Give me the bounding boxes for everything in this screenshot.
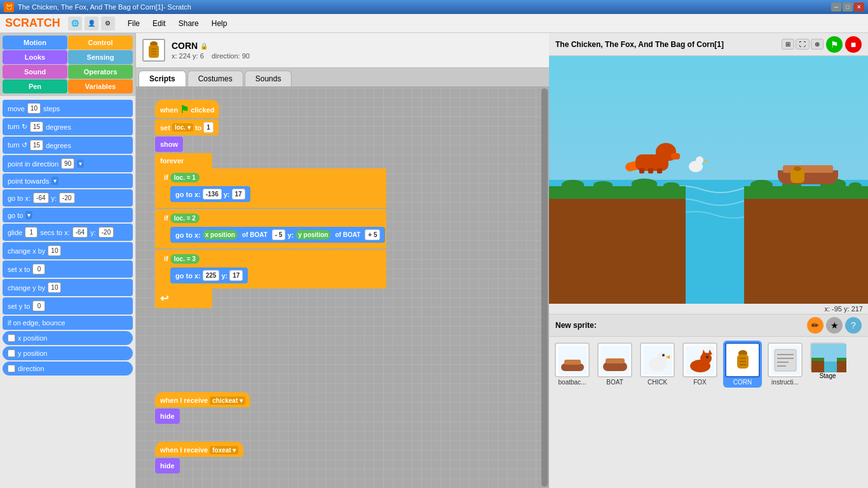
maximize-button[interactable]: □ xyxy=(843,3,853,11)
block-goto-3[interactable]: go to x: 225 y: 17 xyxy=(170,268,248,283)
block-forever[interactable]: forever xyxy=(155,153,212,168)
block-goto-2[interactable]: go to x: x position of BOAT - 5 y: y pos… xyxy=(170,227,385,243)
block-y-position[interactable]: y position xyxy=(3,346,133,360)
tab-scripts[interactable]: Scripts xyxy=(139,71,186,86)
cond-loc-1[interactable]: loc. = 1 xyxy=(170,173,200,182)
globe-icon[interactable]: 🌐 xyxy=(68,17,82,30)
block-if-2[interactable]: if loc. = 2 xyxy=(160,210,203,226)
block-when-clicked[interactable]: when ⚑ clicked xyxy=(155,100,219,118)
block-change-y[interactable]: change y by 10 xyxy=(3,279,133,296)
category-sound[interactable]: Sound xyxy=(3,65,67,79)
category-pen[interactable]: Pen xyxy=(3,79,67,93)
category-variables[interactable]: Variables xyxy=(68,79,133,93)
svg-rect-10 xyxy=(606,358,625,363)
sprite-label-boat: BOAT xyxy=(606,379,623,386)
close-button[interactable]: ✕ xyxy=(854,3,864,11)
sprite-thumb-fox xyxy=(682,342,717,377)
scrollbar[interactable] xyxy=(541,88,548,487)
blocks-panel: Motion Control Looks Sensing Sound Opera… xyxy=(0,33,136,488)
stage-header: The Chicken, The Fox, And The Bag of Cor… xyxy=(549,33,868,56)
block-glide[interactable]: glide 1 secs to x: -64 y: -20 xyxy=(3,224,133,241)
fox-snout xyxy=(671,153,680,159)
svg-rect-38 xyxy=(837,360,846,372)
block-move[interactable]: move 10 steps xyxy=(3,100,133,117)
block-set-x[interactable]: set x to 0 xyxy=(3,261,133,278)
svg-rect-39 xyxy=(837,358,846,361)
block-set-y[interactable]: set y to 0 xyxy=(3,297,133,315)
grass-bump-2 xyxy=(593,181,613,189)
paint-sprite-button[interactable]: ✏ xyxy=(807,317,824,334)
block-hide-1[interactable]: hide xyxy=(155,409,180,424)
sprite-name-label: CORN xyxy=(172,41,198,51)
script-group-1: when ⚑ clicked set loc. ▾ to 1 xyxy=(155,100,386,308)
block-forever-bottom[interactable]: ↩ xyxy=(155,288,212,308)
block-forever-wrap[interactable]: forever if loc. = 1 go to x: xyxy=(155,153,386,308)
block-goto[interactable]: go to ▾ xyxy=(3,208,133,222)
sprite-item-corn[interactable]: CORN xyxy=(723,341,762,388)
help-sprite-button[interactable]: ? xyxy=(845,317,862,334)
titlebar: 🐱 The Chicken, The Fox, And The Bag of C… xyxy=(0,0,868,14)
block-point-direction[interactable]: point in direction 90 ▾ xyxy=(3,155,133,172)
sprites-list: boatbac... BOAT xyxy=(549,337,868,391)
account-icon[interactable]: 👤 xyxy=(85,17,98,30)
block-turn-cw[interactable]: turn ↻ 15 degrees xyxy=(3,118,133,135)
fit-screen-button[interactable]: ⊞ xyxy=(782,39,794,50)
sprite-coords: x: 224 y: 6 direction: 90 xyxy=(172,52,250,60)
sprite-item-fox[interactable]: FOX xyxy=(681,341,719,388)
block-set-loc[interactable]: set loc. ▾ to 1 xyxy=(155,119,219,135)
category-sensing[interactable]: Sensing xyxy=(68,50,133,64)
block-when-receive-chickeat[interactable]: when I receive chickeat ▾ xyxy=(155,392,250,407)
block-change-x[interactable]: change x by 10 xyxy=(3,242,133,259)
category-operators[interactable]: Operators xyxy=(68,65,133,79)
block-goto-1[interactable]: go to x: -136 y: 17 xyxy=(170,186,250,202)
sprite-item-instructi[interactable]: instructi... xyxy=(766,341,804,388)
block-point-towards[interactable]: point towards ▾ xyxy=(3,173,133,188)
minimize-button[interactable]: ─ xyxy=(831,3,841,11)
block-turn-ccw[interactable]: turn ↺ 15 degrees xyxy=(3,137,133,154)
menu-edit[interactable]: Edit xyxy=(147,17,171,30)
stage-canvas[interactable] xyxy=(549,56,868,304)
fox-sprite xyxy=(625,145,676,173)
sprite-item-chick[interactable]: CHICK xyxy=(638,341,677,388)
stop-button[interactable]: ■ xyxy=(845,36,862,53)
svg-rect-7 xyxy=(564,360,581,365)
category-motion[interactable]: Motion xyxy=(3,36,67,50)
block-show[interactable]: show xyxy=(155,137,183,152)
settings-icon[interactable]: ⚙ xyxy=(101,17,115,30)
menu-share[interactable]: Share xyxy=(173,17,204,30)
stage-item[interactable]: Stage xyxy=(808,341,847,381)
block-if-3[interactable]: if loc. = 3 xyxy=(160,251,203,266)
green-flag-button[interactable]: ⚑ xyxy=(826,36,843,53)
sprite-item-boat[interactable]: BOAT xyxy=(595,341,634,388)
if-block-3: if loc. = 3 go to x: 225 y: 17 xyxy=(155,250,386,288)
new-sprite-label: New sprite: xyxy=(555,321,597,330)
cond-loc-3[interactable]: loc. = 3 xyxy=(170,254,200,264)
menu-file[interactable]: File xyxy=(123,17,145,30)
block-when-receive-foxeat[interactable]: when I receive foxeat ▾ xyxy=(155,442,243,457)
stage-thumb xyxy=(810,342,845,371)
category-control[interactable]: Control xyxy=(68,36,133,50)
block-x-position[interactable]: x position xyxy=(3,331,133,345)
block-if-edge[interactable]: if on edge, bounce xyxy=(3,316,133,330)
boat-sprite xyxy=(778,165,838,184)
tab-sounds[interactable]: Sounds xyxy=(245,71,292,86)
sprites-panel: New sprite: ✏ ★ ? xyxy=(549,314,868,488)
block-if-1[interactable]: if loc. = 1 xyxy=(160,170,203,185)
block-direction[interactable]: direction xyxy=(3,362,133,376)
grass-bump-3 xyxy=(632,179,657,188)
block-goto-xy[interactable]: go to x: -64 y: -20 xyxy=(3,189,133,207)
grass-bump-4 xyxy=(663,182,679,189)
sprite-thumb-corn xyxy=(725,342,760,377)
fullscreen-button[interactable]: ⛶ xyxy=(796,39,810,50)
cond-loc-2[interactable]: loc. = 2 xyxy=(170,214,200,223)
zoom-button[interactable]: ⊕ xyxy=(811,39,824,50)
scratch-logo: SCRATCH xyxy=(5,17,60,30)
tab-costumes[interactable]: Costumes xyxy=(187,71,243,86)
menu-help[interactable]: Help xyxy=(207,17,233,30)
sprite-item-boatbac[interactable]: boatbac... xyxy=(553,341,592,388)
block-list: move 10 steps turn ↻ 15 degrees turn ↺ 1… xyxy=(0,96,135,488)
script-canvas[interactable]: when ⚑ clicked set loc. ▾ to 1 xyxy=(136,87,549,488)
category-looks[interactable]: Looks xyxy=(3,50,67,64)
copy-sprite-button[interactable]: ★ xyxy=(826,317,843,334)
block-hide-2[interactable]: hide xyxy=(155,458,180,473)
